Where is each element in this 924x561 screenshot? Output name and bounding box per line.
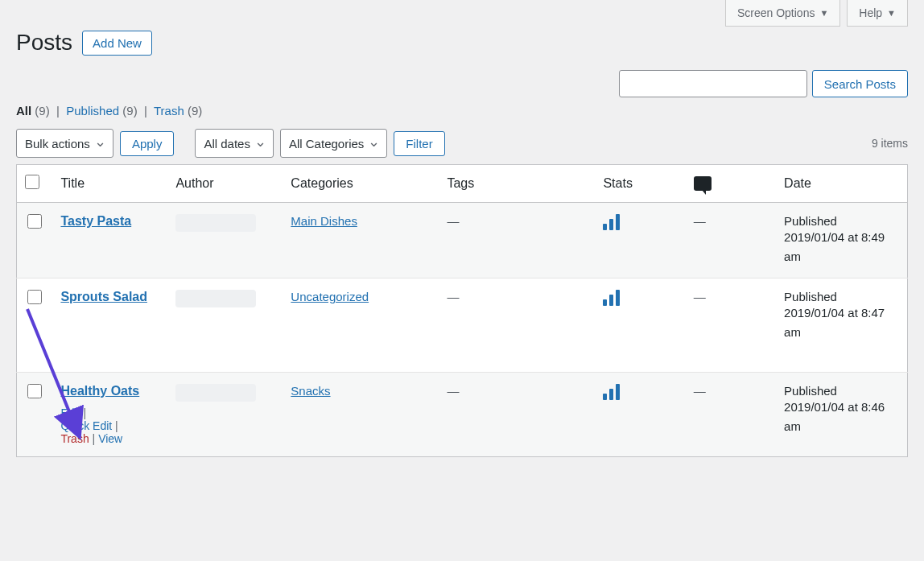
post-date: 2019/01/04 at 8:47 am bbox=[784, 303, 899, 342]
category-link[interactable]: Main Dishes bbox=[291, 214, 357, 228]
post-status-label: Published bbox=[784, 384, 899, 398]
row-checkbox[interactable] bbox=[27, 214, 42, 229]
status-trash[interactable]: Trash (9) bbox=[154, 104, 202, 118]
comment-icon bbox=[694, 176, 712, 191]
stats-icon[interactable] bbox=[603, 214, 620, 230]
table-row: Tasty Pasta Main Dishes — — Published 20… bbox=[17, 203, 908, 278]
add-new-button[interactable]: Add New bbox=[82, 31, 152, 56]
row-checkbox[interactable] bbox=[27, 384, 42, 398]
post-status-label: Published bbox=[784, 214, 899, 228]
tags-empty: — bbox=[447, 384, 459, 398]
help-label: Help bbox=[859, 6, 882, 19]
items-count: 9 items bbox=[872, 137, 908, 150]
screen-options-button[interactable]: Screen Options ▼ bbox=[725, 0, 840, 27]
quick-edit-link[interactable]: Quick Edit bbox=[60, 419, 112, 432]
author-redacted bbox=[175, 214, 256, 232]
row-actions: Edit | Quick Edit | Trash | View bbox=[60, 406, 159, 445]
edit-link[interactable]: Edit bbox=[60, 406, 80, 419]
tags-empty: — bbox=[447, 214, 459, 228]
post-title-link[interactable]: Healthy Oats bbox=[60, 384, 139, 398]
category-link[interactable]: Snacks bbox=[291, 384, 330, 398]
status-filter-links: All (9) | Published (9) | Trash (9) bbox=[16, 104, 908, 118]
help-button[interactable]: Help ▼ bbox=[847, 0, 908, 27]
status-all[interactable]: All (9) bbox=[16, 104, 53, 118]
post-title-link[interactable]: Tasty Pasta bbox=[60, 214, 131, 228]
table-row: Sprouts Salad Uncategorized — — Publishe… bbox=[17, 278, 908, 373]
categories-select[interactable]: All Categories bbox=[280, 129, 387, 158]
post-status-label: Published bbox=[784, 290, 899, 303]
posts-table: Title Author Categories Tags Stats Date … bbox=[16, 164, 908, 457]
stats-icon[interactable] bbox=[603, 384, 620, 400]
post-title-link[interactable]: Sprouts Salad bbox=[60, 290, 147, 303]
chevron-down-icon: ▼ bbox=[819, 8, 828, 18]
table-row: Healthy Oats Edit | Quick Edit | Trash |… bbox=[17, 373, 908, 457]
status-published[interactable]: Published (9) bbox=[66, 104, 141, 118]
col-stats[interactable]: Stats bbox=[595, 165, 685, 203]
stats-icon[interactable] bbox=[603, 290, 620, 306]
select-all-checkbox[interactable] bbox=[25, 175, 39, 189]
col-tags[interactable]: Tags bbox=[439, 165, 595, 203]
dates-select[interactable]: All dates bbox=[195, 129, 274, 158]
comments-empty: — bbox=[694, 384, 706, 398]
search-input[interactable] bbox=[619, 70, 807, 97]
post-date: 2019/01/04 at 8:46 am bbox=[784, 398, 899, 436]
author-redacted bbox=[175, 290, 256, 307]
chevron-down-icon: ▼ bbox=[887, 8, 896, 18]
view-link[interactable]: View bbox=[98, 432, 122, 445]
category-link[interactable]: Uncategorized bbox=[291, 290, 369, 303]
row-checkbox[interactable] bbox=[27, 290, 42, 304]
col-categories[interactable]: Categories bbox=[283, 165, 439, 203]
col-author[interactable]: Author bbox=[167, 165, 283, 203]
comments-empty: — bbox=[694, 214, 706, 228]
apply-button[interactable]: Apply bbox=[120, 131, 175, 156]
author-redacted bbox=[175, 384, 256, 402]
comments-empty: — bbox=[694, 290, 706, 303]
post-date: 2019/01/04 at 8:49 am bbox=[784, 228, 899, 266]
page-title: Posts bbox=[16, 30, 72, 56]
screen-options-label: Screen Options bbox=[737, 6, 815, 19]
col-comments[interactable] bbox=[686, 165, 776, 203]
trash-link[interactable]: Trash bbox=[60, 432, 89, 445]
col-title[interactable]: Title bbox=[52, 165, 167, 203]
tags-empty: — bbox=[447, 290, 459, 303]
col-date[interactable]: Date bbox=[776, 165, 907, 203]
filter-button[interactable]: Filter bbox=[394, 131, 444, 156]
search-posts-button[interactable]: Search Posts bbox=[812, 70, 908, 97]
bulk-actions-select[interactable]: Bulk actions bbox=[16, 129, 113, 158]
